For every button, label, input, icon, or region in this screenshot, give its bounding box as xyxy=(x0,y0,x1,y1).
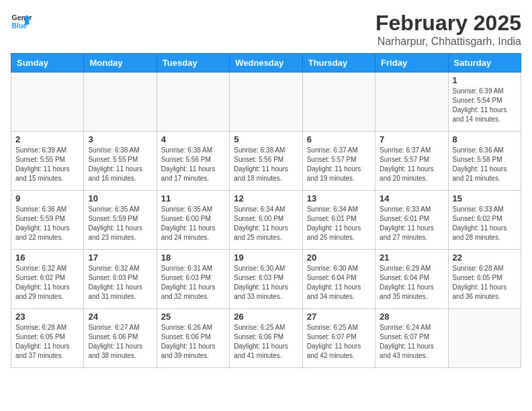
day-number: 14 xyxy=(380,193,443,203)
day-info: Sunrise: 6:25 AM Sunset: 6:06 PM Dayligh… xyxy=(234,323,298,361)
weekday-header-wednesday: Wednesday xyxy=(230,54,302,73)
day-info: Sunrise: 6:36 AM Sunset: 5:59 PM Dayligh… xyxy=(15,205,79,242)
day-info: Sunrise: 6:28 AM Sunset: 6:05 PM Dayligh… xyxy=(15,323,79,361)
day-info: Sunrise: 6:31 AM Sunset: 6:03 PM Dayligh… xyxy=(161,264,225,302)
calendar-cell: 4Sunrise: 6:38 AM Sunset: 5:56 PM Daylig… xyxy=(157,132,229,191)
calendar-cell: 9Sunrise: 6:36 AM Sunset: 5:59 PM Daylig… xyxy=(11,191,84,250)
day-number: 28 xyxy=(380,312,443,322)
day-info: Sunrise: 6:36 AM Sunset: 5:58 PM Dayligh… xyxy=(453,146,517,183)
day-info: Sunrise: 6:27 AM Sunset: 6:06 PM Dayligh… xyxy=(88,323,152,361)
day-number: 19 xyxy=(234,253,298,263)
calendar-cell: 5Sunrise: 6:38 AM Sunset: 5:56 PM Daylig… xyxy=(230,132,302,191)
day-info: Sunrise: 6:39 AM Sunset: 5:55 PM Dayligh… xyxy=(15,146,79,183)
calendar-cell: 12Sunrise: 6:34 AM Sunset: 6:00 PM Dayli… xyxy=(230,191,302,250)
day-number: 3 xyxy=(88,134,152,144)
month-title: February 2025 xyxy=(375,11,521,36)
calendar-cell: 10Sunrise: 6:35 AM Sunset: 5:59 PM Dayli… xyxy=(84,191,157,250)
weekday-header-thursday: Thursday xyxy=(302,54,375,73)
calendar-cell xyxy=(11,73,84,132)
day-number: 18 xyxy=(161,253,225,263)
location: Narharpur, Chhattisgarh, India xyxy=(375,36,521,48)
day-number: 6 xyxy=(307,134,371,144)
week-row-3: 9Sunrise: 6:36 AM Sunset: 5:59 PM Daylig… xyxy=(11,191,521,250)
calendar-cell: 16Sunrise: 6:32 AM Sunset: 6:02 PM Dayli… xyxy=(11,250,84,309)
calendar-cell: 24Sunrise: 6:27 AM Sunset: 6:06 PM Dayli… xyxy=(84,309,157,368)
day-number: 17 xyxy=(88,253,152,263)
day-number: 16 xyxy=(15,253,79,263)
day-info: Sunrise: 6:38 AM Sunset: 5:56 PM Dayligh… xyxy=(161,146,225,183)
day-info: Sunrise: 6:32 AM Sunset: 6:02 PM Dayligh… xyxy=(15,264,79,302)
calendar-cell: 27Sunrise: 6:25 AM Sunset: 6:07 PM Dayli… xyxy=(302,309,375,368)
week-row-2: 2Sunrise: 6:39 AM Sunset: 5:55 PM Daylig… xyxy=(11,132,521,191)
weekday-header-saturday: Saturday xyxy=(448,54,521,73)
calendar-cell: 17Sunrise: 6:32 AM Sunset: 6:03 PM Dayli… xyxy=(84,250,157,309)
title-block: February 2025 Narharpur, Chhattisgarh, I… xyxy=(375,11,521,48)
calendar-cell: 22Sunrise: 6:28 AM Sunset: 6:05 PM Dayli… xyxy=(448,250,521,309)
day-info: Sunrise: 6:30 AM Sunset: 6:04 PM Dayligh… xyxy=(307,264,371,302)
weekday-header-row: SundayMondayTuesdayWednesdayThursdayFrid… xyxy=(11,54,521,73)
day-info: Sunrise: 6:33 AM Sunset: 6:02 PM Dayligh… xyxy=(453,205,517,242)
weekday-header-monday: Monday xyxy=(84,54,157,73)
day-info: Sunrise: 6:30 AM Sunset: 6:03 PM Dayligh… xyxy=(234,264,298,302)
day-number: 12 xyxy=(234,193,298,203)
day-info: Sunrise: 6:25 AM Sunset: 6:07 PM Dayligh… xyxy=(307,323,371,361)
logo: General Blue xyxy=(11,11,32,32)
calendar-cell: 6Sunrise: 6:37 AM Sunset: 5:57 PM Daylig… xyxy=(302,132,375,191)
day-number: 24 xyxy=(88,312,152,322)
day-info: Sunrise: 6:37 AM Sunset: 5:57 PM Dayligh… xyxy=(380,146,443,183)
day-number: 1 xyxy=(453,75,517,85)
day-info: Sunrise: 6:32 AM Sunset: 6:03 PM Dayligh… xyxy=(88,264,152,302)
day-info: Sunrise: 6:38 AM Sunset: 5:55 PM Dayligh… xyxy=(88,146,152,183)
day-number: 23 xyxy=(15,312,79,322)
week-row-5: 23Sunrise: 6:28 AM Sunset: 6:05 PM Dayli… xyxy=(11,309,521,368)
calendar-cell: 15Sunrise: 6:33 AM Sunset: 6:02 PM Dayli… xyxy=(448,191,521,250)
calendar-cell: 20Sunrise: 6:30 AM Sunset: 6:04 PM Dayli… xyxy=(302,250,375,309)
day-info: Sunrise: 6:24 AM Sunset: 6:07 PM Dayligh… xyxy=(380,323,443,361)
week-row-4: 16Sunrise: 6:32 AM Sunset: 6:02 PM Dayli… xyxy=(11,250,521,309)
calendar-cell xyxy=(302,73,375,132)
calendar-cell: 1Sunrise: 6:39 AM Sunset: 5:54 PM Daylig… xyxy=(448,73,521,132)
calendar-cell: 25Sunrise: 6:26 AM Sunset: 6:06 PM Dayli… xyxy=(157,309,229,368)
day-number: 8 xyxy=(453,134,517,144)
day-number: 4 xyxy=(161,134,225,144)
calendar-cell xyxy=(375,73,448,132)
day-info: Sunrise: 6:33 AM Sunset: 6:01 PM Dayligh… xyxy=(380,205,443,242)
day-info: Sunrise: 6:26 AM Sunset: 6:06 PM Dayligh… xyxy=(161,323,225,361)
day-number: 27 xyxy=(307,312,371,322)
calendar-cell: 8Sunrise: 6:36 AM Sunset: 5:58 PM Daylig… xyxy=(448,132,521,191)
day-info: Sunrise: 6:29 AM Sunset: 6:04 PM Dayligh… xyxy=(380,264,443,302)
day-info: Sunrise: 6:35 AM Sunset: 6:00 PM Dayligh… xyxy=(161,205,225,242)
day-info: Sunrise: 6:39 AM Sunset: 5:54 PM Dayligh… xyxy=(453,87,517,124)
calendar-cell: 26Sunrise: 6:25 AM Sunset: 6:06 PM Dayli… xyxy=(230,309,302,368)
calendar-cell: 23Sunrise: 6:28 AM Sunset: 6:05 PM Dayli… xyxy=(11,309,84,368)
day-info: Sunrise: 6:28 AM Sunset: 6:05 PM Dayligh… xyxy=(453,264,517,302)
day-info: Sunrise: 6:34 AM Sunset: 6:01 PM Dayligh… xyxy=(307,205,371,242)
day-info: Sunrise: 6:34 AM Sunset: 6:00 PM Dayligh… xyxy=(234,205,298,242)
day-number: 10 xyxy=(88,193,152,203)
calendar-cell: 18Sunrise: 6:31 AM Sunset: 6:03 PM Dayli… xyxy=(157,250,229,309)
day-number: 26 xyxy=(234,312,298,322)
day-info: Sunrise: 6:38 AM Sunset: 5:56 PM Dayligh… xyxy=(234,146,298,183)
page-header: General Blue February 2025 Narharpur, Ch… xyxy=(11,11,521,48)
calendar-cell: 13Sunrise: 6:34 AM Sunset: 6:01 PM Dayli… xyxy=(302,191,375,250)
calendar-cell: 11Sunrise: 6:35 AM Sunset: 6:00 PM Dayli… xyxy=(157,191,229,250)
day-number: 13 xyxy=(307,193,371,203)
calendar-cell: 3Sunrise: 6:38 AM Sunset: 5:55 PM Daylig… xyxy=(84,132,157,191)
weekday-header-tuesday: Tuesday xyxy=(157,54,229,73)
calendar-cell: 2Sunrise: 6:39 AM Sunset: 5:55 PM Daylig… xyxy=(11,132,84,191)
day-number: 15 xyxy=(453,193,517,203)
calendar-cell xyxy=(230,73,302,132)
logo-icon: General Blue xyxy=(11,11,32,32)
day-number: 25 xyxy=(161,312,225,322)
calendar-cell: 14Sunrise: 6:33 AM Sunset: 6:01 PM Dayli… xyxy=(375,191,448,250)
day-number: 9 xyxy=(15,193,79,203)
calendar-cell: 28Sunrise: 6:24 AM Sunset: 6:07 PM Dayli… xyxy=(375,309,448,368)
calendar-cell xyxy=(84,73,157,132)
calendar-cell: 19Sunrise: 6:30 AM Sunset: 6:03 PM Dayli… xyxy=(230,250,302,309)
day-number: 21 xyxy=(380,253,443,263)
calendar-cell xyxy=(157,73,229,132)
day-number: 5 xyxy=(234,134,298,144)
week-row-1: 1Sunrise: 6:39 AM Sunset: 5:54 PM Daylig… xyxy=(11,73,521,132)
day-number: 2 xyxy=(15,134,79,144)
day-number: 7 xyxy=(380,134,443,144)
